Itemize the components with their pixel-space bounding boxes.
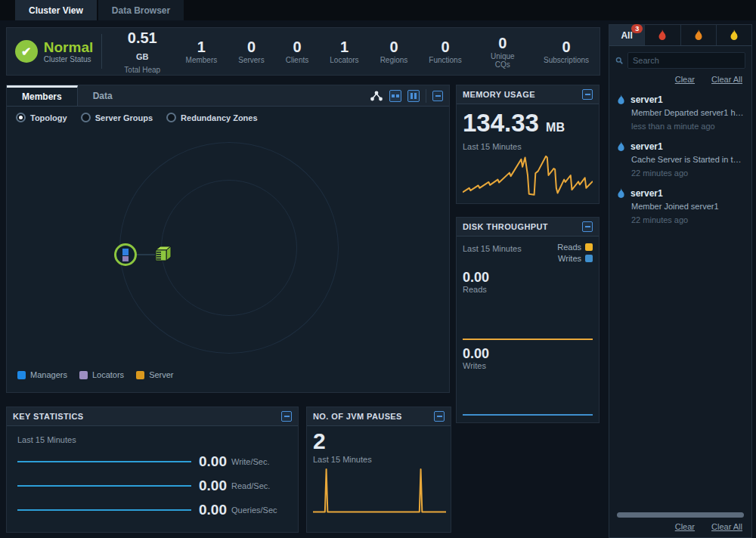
disk-writes-value: 0.00 bbox=[463, 347, 593, 361]
key-statistics-panel: KEY STATISTICS Last 15 Minutes 0.00 Writ… bbox=[6, 407, 299, 533]
disk-throughput-title: DISK THROUGHPUT bbox=[463, 222, 548, 231]
legend-writes: Writes bbox=[557, 254, 593, 263]
stat-members: 1 Members bbox=[175, 39, 228, 64]
stat-unique-cqs: 0 Unique CQs bbox=[472, 35, 533, 69]
writes-swatch bbox=[585, 255, 593, 262]
memory-usage-value: 134.33 MB bbox=[463, 110, 593, 141]
cluster-stats: 0.51 GB Total Heap 1 Members 0 Servers 0… bbox=[102, 29, 600, 74]
keystats-row-queries: 0.00 Queries/Sec bbox=[17, 503, 287, 517]
alert-tabs: All 3 bbox=[609, 25, 751, 46]
jvm-collapse-button[interactable] bbox=[434, 411, 445, 422]
alerts-tab-error[interactable] bbox=[681, 25, 717, 45]
alert-list: server1 Member Departed server1 has cras… bbox=[609, 88, 751, 512]
radio-label: Redundancy Zones bbox=[181, 113, 257, 122]
cluster-status-label: Cluster Status bbox=[44, 55, 93, 63]
alert-item[interactable]: server1 Member Joined server1 22 minutes… bbox=[609, 182, 751, 229]
alerts-tab-severe[interactable] bbox=[645, 25, 680, 45]
alert-clear-row-bottom: Clear Clear All bbox=[609, 522, 751, 537]
disk-reads-value: 0.00 bbox=[463, 271, 593, 285]
status-check-icon: ✔ bbox=[15, 40, 38, 63]
alert-time: 22 minutes ago bbox=[631, 215, 744, 224]
alert-item[interactable]: server1 Cache Server is Started in the V… bbox=[609, 135, 751, 182]
clear-all-link[interactable]: Clear All bbox=[711, 75, 742, 84]
radio-topology[interactable]: Topology bbox=[16, 113, 67, 122]
topology-inner-ring bbox=[161, 180, 297, 316]
alerts-sidebar: All 3 Clear Clear All bbox=[609, 24, 752, 538]
reads-swatch bbox=[585, 243, 593, 251]
radio-redundancy-zones[interactable]: Redundancy Zones bbox=[166, 113, 257, 122]
disk-reads-label: Reads bbox=[463, 285, 593, 294]
read-sec-value: 0.00 bbox=[199, 479, 227, 493]
stat-functions: 0 Functions bbox=[418, 39, 472, 64]
search-icon bbox=[615, 55, 623, 66]
queries-sec-label: Queries/Sec bbox=[231, 506, 277, 515]
pulse-dashboard: { "colors": { "accent_blue": "#4a90d9", … bbox=[0, 0, 756, 538]
writes-per-sec-chart bbox=[17, 457, 191, 466]
locator-square bbox=[122, 256, 129, 261]
clear-link[interactable]: Clear bbox=[675, 75, 695, 84]
severe-flame-icon bbox=[658, 29, 667, 41]
cluster-status: ✔ Normal Cluster Status bbox=[7, 34, 102, 69]
alert-source: server1 bbox=[631, 188, 663, 199]
topology-canvas[interactable] bbox=[7, 125, 449, 366]
server-cube-icon bbox=[153, 245, 172, 263]
alert-item[interactable]: server1 Member Departed server1 has cras… bbox=[609, 88, 751, 135]
locator-manager-node[interactable] bbox=[114, 243, 137, 266]
alerts-tab-all[interactable]: All 3 bbox=[609, 25, 645, 45]
tab-data[interactable]: Data bbox=[78, 85, 128, 106]
legend-managers: Managers bbox=[17, 370, 67, 379]
stat-label: Total Heap bbox=[120, 66, 165, 74]
alert-flame-icon bbox=[617, 141, 625, 152]
topology-view-icon[interactable] bbox=[370, 90, 383, 102]
queries-per-sec-chart bbox=[17, 506, 191, 515]
grid-bar bbox=[414, 93, 417, 99]
queries-sec-value: 0.00 bbox=[199, 503, 227, 517]
cluster-status-value: Normal bbox=[44, 40, 93, 55]
alert-horizontal-scrollbar[interactable] bbox=[617, 512, 744, 518]
memory-usage-caption: Last 15 Minutes bbox=[463, 142, 593, 151]
grid-bar bbox=[411, 93, 413, 99]
topology-legend: Managers Locators Server bbox=[7, 366, 449, 384]
alert-flame-icon bbox=[617, 188, 625, 199]
radio-icon bbox=[166, 113, 176, 122]
grid-view-icon[interactable] bbox=[407, 90, 420, 102]
managers-swatch bbox=[17, 371, 26, 379]
legend-label: Locators bbox=[92, 370, 124, 379]
disk-collapse-button[interactable] bbox=[582, 221, 593, 232]
alert-source: server1 bbox=[631, 141, 663, 152]
members-collapse-button[interactable] bbox=[432, 91, 443, 101]
alert-message: Member Departed server1 has crashe... bbox=[631, 108, 744, 117]
alerts-tab-warning[interactable] bbox=[717, 25, 751, 45]
radio-icon bbox=[16, 113, 26, 122]
clear-all-link-bottom[interactable]: Clear All bbox=[711, 522, 742, 531]
alert-time: less than a minute ago bbox=[631, 122, 744, 131]
stat-servers: 0 Servers bbox=[228, 39, 274, 64]
disk-writes-label: Writes bbox=[463, 361, 593, 370]
tab-data-browser[interactable]: Data Browser bbox=[98, 0, 184, 20]
legend-label: Server bbox=[149, 370, 173, 379]
read-sec-label: Read/Sec. bbox=[231, 481, 270, 490]
jvm-pauses-title: NO. OF JVM PAUSES bbox=[313, 412, 402, 421]
memory-usage-chart bbox=[463, 154, 593, 196]
tab-members[interactable]: Members bbox=[7, 85, 78, 106]
stat-locators: 1 Locators bbox=[319, 39, 369, 64]
alert-time: 22 minutes ago bbox=[631, 169, 744, 178]
legend-locators: Locators bbox=[79, 370, 124, 379]
treemap-view-icon[interactable] bbox=[389, 90, 401, 102]
write-sec-value: 0.00 bbox=[199, 455, 227, 468]
disk-legend: Reads Writes bbox=[557, 243, 593, 263]
keystats-collapse-button[interactable] bbox=[281, 411, 292, 422]
memory-collapse-button[interactable] bbox=[582, 89, 593, 100]
header-divider bbox=[426, 89, 426, 103]
server-node[interactable] bbox=[153, 245, 172, 266]
alert-source: server1 bbox=[631, 94, 663, 105]
reads-per-sec-chart bbox=[17, 481, 191, 490]
disk-writes-chart bbox=[463, 412, 593, 418]
alert-count-badge: 3 bbox=[631, 24, 643, 33]
alert-search-input[interactable] bbox=[627, 52, 745, 69]
clear-link-bottom[interactable]: Clear bbox=[675, 522, 695, 531]
error-flame-icon bbox=[694, 29, 703, 41]
radio-server-groups[interactable]: Server Groups bbox=[81, 113, 153, 122]
tab-cluster-view[interactable]: Cluster View bbox=[15, 0, 97, 20]
keystats-caption: Last 15 Minutes bbox=[17, 435, 287, 444]
